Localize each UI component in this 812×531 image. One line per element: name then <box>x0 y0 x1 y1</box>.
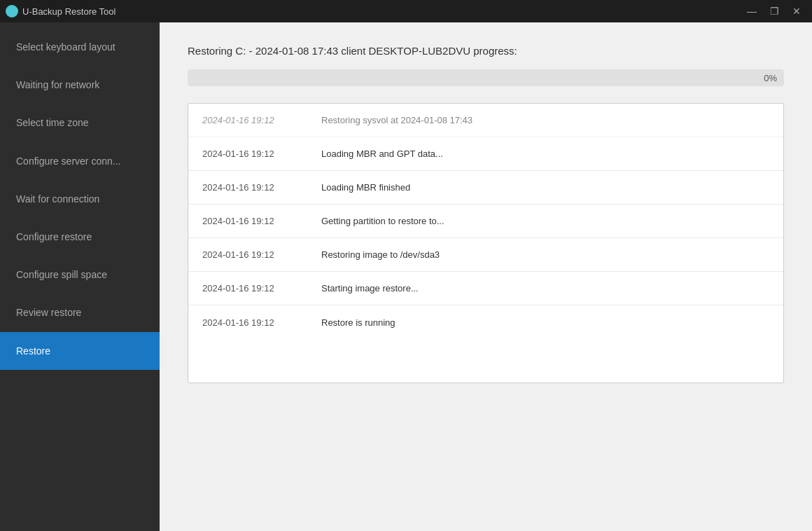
titlebar-left: U-Backup Restore Tool <box>6 5 115 18</box>
log-row: 2024-01-16 19:12Getting partition to res… <box>188 205 783 238</box>
log-row: 2024-01-16 19:12Starting image restore..… <box>188 272 783 305</box>
window-title: U-Backup Restore Tool <box>22 6 115 17</box>
log-row: 2024-01-16 19:12Loading MBR and GPT data… <box>188 137 783 171</box>
log-timestamp: 2024-01-16 19:12 <box>188 106 314 134</box>
log-message: Loading MBR and GPT data... <box>314 140 783 167</box>
log-message: Getting partition to restore to... <box>314 207 783 235</box>
log-message: Restoring sysvol at 2024-01-08 17:43 <box>314 106 783 134</box>
log-message: Starting image restore... <box>314 275 783 302</box>
titlebar: U-Backup Restore Tool — ❐ ✕ <box>0 0 812 22</box>
sidebar-item-select-keyboard-layout[interactable]: Select keyboard layout <box>0 28 160 66</box>
minimize-button[interactable]: — <box>742 4 762 18</box>
log-row: 2024-01-16 19:12Restoring sysvol at 2024… <box>188 104 783 137</box>
sidebar-item-waiting-for-network[interactable]: Waiting for network <box>0 66 160 104</box>
log-message: Restoring image to /dev/sda3 <box>314 241 783 268</box>
window-controls: — ❐ ✕ <box>742 4 806 18</box>
log-row: 2024-01-16 19:12Restoring image to /dev/… <box>188 238 783 272</box>
content-area: Restoring C: - 2024-01-08 17:43 client D… <box>160 22 812 531</box>
close-button[interactable]: ✕ <box>787 4 806 18</box>
sidebar-item-configure-server-conn[interactable]: Configure server conn... <box>0 142 160 180</box>
log-row: 2024-01-16 19:12Loading MBR finished <box>188 171 783 205</box>
sidebar: Select keyboard layoutWaiting for networ… <box>0 22 160 531</box>
progress-label: 0% <box>764 73 777 83</box>
log-row: 2024-01-16 19:12Restore is running <box>188 305 783 339</box>
log-container[interactable]: 2024-01-16 19:12Restoring sysvol at 2024… <box>188 103 784 383</box>
sidebar-item-select-time-zone[interactable]: Select time zone <box>0 104 160 142</box>
maximize-button[interactable]: ❐ <box>764 4 784 18</box>
restore-title: Restoring C: - 2024-01-08 17:43 client D… <box>188 45 784 57</box>
log-message: Loading MBR finished <box>314 174 783 201</box>
app-icon <box>6 5 18 18</box>
main-layout: Select keyboard layoutWaiting for networ… <box>0 22 812 531</box>
log-timestamp: 2024-01-16 19:12 <box>188 241 314 268</box>
log-timestamp: 2024-01-16 19:12 <box>188 275 314 302</box>
sidebar-item-restore[interactable]: Restore <box>0 332 160 370</box>
log-message: Restore is running <box>314 309 783 336</box>
sidebar-item-configure-restore[interactable]: Configure restore <box>0 218 160 256</box>
sidebar-item-wait-for-connection[interactable]: Wait for connection <box>0 180 160 218</box>
log-timestamp: 2024-01-16 19:12 <box>188 174 314 201</box>
sidebar-item-configure-spill-space[interactable]: Configure spill space <box>0 256 160 294</box>
log-timestamp: 2024-01-16 19:12 <box>188 309 314 336</box>
progress-container: 0% <box>188 69 784 86</box>
log-timestamp: 2024-01-16 19:12 <box>188 207 314 235</box>
log-timestamp: 2024-01-16 19:12 <box>188 140 314 167</box>
sidebar-item-review-restore[interactable]: Review restore <box>0 294 160 331</box>
